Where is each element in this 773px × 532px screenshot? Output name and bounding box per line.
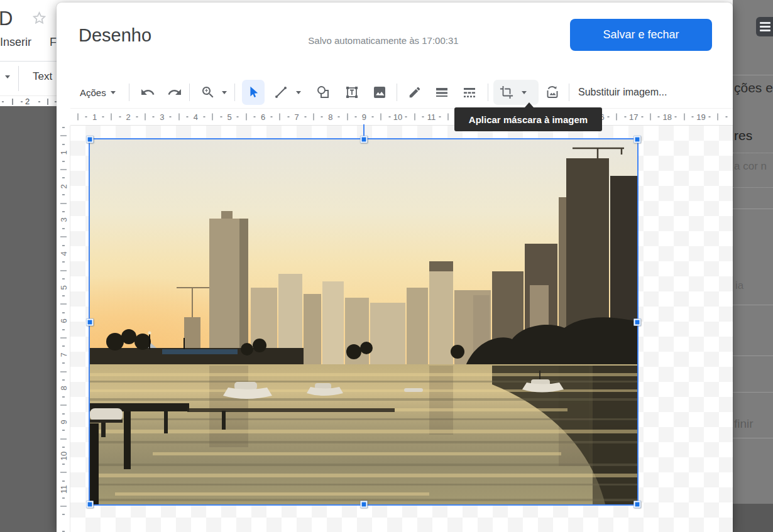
dimmed-document-area xyxy=(0,106,57,532)
border-dash-icon xyxy=(462,85,477,100)
image-icon xyxy=(372,85,387,100)
line-weight-icon xyxy=(434,85,449,100)
dimmed-footer-area xyxy=(733,504,773,532)
crop-icon xyxy=(500,85,513,99)
divider xyxy=(397,84,397,101)
text-box-button[interactable] xyxy=(341,80,363,105)
actions-label: Ações xyxy=(80,87,106,98)
star-icon xyxy=(31,10,48,30)
rotation-stem xyxy=(363,124,365,137)
text-box-icon xyxy=(344,85,359,100)
menu-icon xyxy=(756,17,773,36)
city-sunset-photo xyxy=(90,139,637,504)
divider xyxy=(733,356,773,356)
undo-button[interactable] xyxy=(137,80,158,105)
line-tool-button[interactable] xyxy=(270,80,292,105)
sidebar-option-fragment: a cor n xyxy=(734,160,767,173)
chevron-down-icon xyxy=(296,91,301,94)
undo-icon xyxy=(140,85,155,100)
resize-handle-top-left[interactable] xyxy=(87,136,94,143)
chevron-down-icon xyxy=(222,91,227,94)
sidebar-option-fragment: ia xyxy=(735,280,743,292)
pencil-icon xyxy=(408,85,422,99)
resize-handle-middle-left[interactable] xyxy=(87,319,94,326)
save-and-close-button[interactable]: Salvar e fechar xyxy=(570,19,712,51)
crop-tool-group[interactable] xyxy=(493,80,539,105)
chevron-down-icon xyxy=(522,91,527,94)
dialog-title: Desenho xyxy=(79,25,151,46)
border-color-button[interactable] xyxy=(404,80,425,105)
tooltip: Aplicar máscara à imagem xyxy=(454,107,602,131)
divider xyxy=(733,438,773,438)
background-ruler-number: 2 xyxy=(25,97,30,106)
menu-inserir: Inserir xyxy=(0,36,31,49)
divider xyxy=(18,66,19,91)
chevron-down-icon xyxy=(111,91,116,94)
sidebar-option-fragment: finir xyxy=(734,417,754,431)
resize-handle-top-right[interactable] xyxy=(634,136,641,143)
mask-image-button[interactable] xyxy=(542,80,563,105)
vertical-ruler: 1234567891011 xyxy=(57,126,70,532)
background-ruler: 2 xyxy=(0,95,57,106)
toolbar-style-fragment: Text xyxy=(33,70,52,83)
mask-dropdown[interactable] xyxy=(520,91,529,94)
autosave-status: Salvo automaticamente às 17:00:31 xyxy=(245,35,522,46)
zoom-in-icon xyxy=(200,85,216,100)
divider xyxy=(733,187,773,188)
divider xyxy=(0,61,57,62)
divider xyxy=(733,392,773,393)
background-docs-sidebar: ções e res a cor n ia finir xyxy=(733,0,773,532)
divider xyxy=(234,84,235,101)
zoom-dropdown[interactable] xyxy=(220,80,229,105)
shape-tool-button[interactable] xyxy=(312,80,334,105)
select-arrow-icon xyxy=(246,85,260,99)
replace-image-button[interactable]: Substituir imagem... xyxy=(578,80,667,105)
menu-fragment: F xyxy=(50,36,57,49)
divider xyxy=(488,84,488,101)
divider xyxy=(733,209,773,209)
divider xyxy=(189,84,190,101)
divider xyxy=(733,305,773,305)
mask-image-icon xyxy=(545,85,560,100)
background-docs-left: D Inserir F Text 2 xyxy=(0,0,57,532)
line-weight-button[interactable] xyxy=(431,80,452,105)
drawing-toolbar: Ações xyxy=(57,78,733,107)
sidebar-heading-fragment: ções e xyxy=(734,80,773,95)
tooltip-text: Aplicar máscara à imagem xyxy=(469,114,588,125)
resize-handle-bottom-center[interactable] xyxy=(360,501,367,508)
sidebar-heading-fragment: res xyxy=(734,128,752,143)
resize-handle-bottom-left[interactable] xyxy=(87,501,94,508)
resize-handle-bottom-right[interactable] xyxy=(634,501,641,508)
insert-image-button[interactable] xyxy=(368,80,391,105)
redo-button[interactable] xyxy=(164,80,185,105)
line-dropdown[interactable] xyxy=(294,80,303,105)
select-tool-button[interactable] xyxy=(242,80,265,105)
actions-menu-button[interactable]: Ações xyxy=(79,80,117,105)
doc-title-fragment: D xyxy=(0,8,13,30)
border-dash-button[interactable] xyxy=(459,80,480,105)
divider xyxy=(733,153,773,153)
tooltip-arrow xyxy=(525,102,534,107)
chevron-down-icon xyxy=(5,75,10,79)
resize-handle-top-center[interactable] xyxy=(360,136,367,143)
divider xyxy=(129,84,129,101)
resize-handle-middle-right[interactable] xyxy=(634,319,641,326)
zoom-button[interactable] xyxy=(197,80,219,105)
inserted-photo[interactable] xyxy=(89,138,639,506)
redo-icon xyxy=(167,85,182,100)
divider xyxy=(569,84,569,101)
line-icon xyxy=(273,85,288,100)
crop-button[interactable] xyxy=(496,85,517,99)
drawing-dialog: Desenho Salvo automaticamente às 17:00:3… xyxy=(57,3,733,532)
horizontal-ruler: 12345678910111213141516171819 xyxy=(70,108,733,126)
shape-icon xyxy=(315,85,331,100)
divider xyxy=(733,75,773,75)
